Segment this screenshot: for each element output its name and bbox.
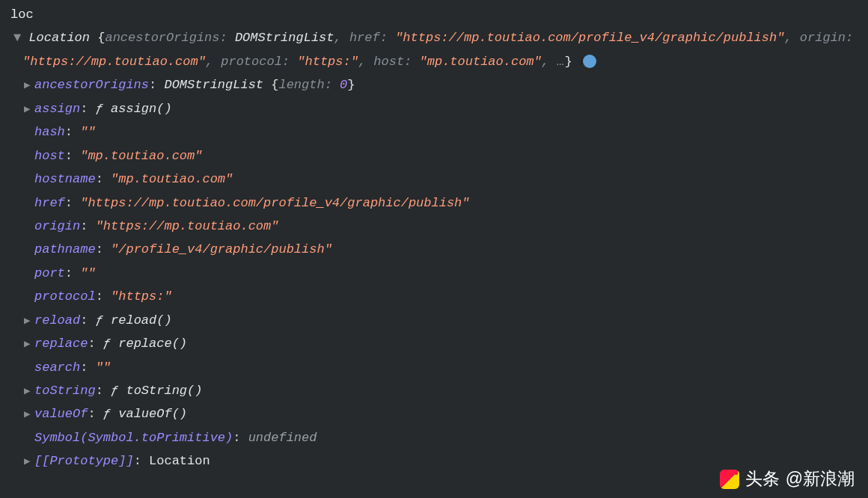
property-key: Symbol(Symbol.toPrimitive) (34, 431, 233, 445)
chevron-right-icon: ▶ (24, 312, 34, 331)
property-value: undefined (248, 431, 317, 445)
property-list: ▶ancestorOrigins: DOMStringList {length:… (0, 73, 868, 473)
summary-value: "https://mp.toutiao.com/profile_v4/graph… (395, 31, 784, 45)
property-key: assign (34, 102, 80, 116)
summary-key: origin: (800, 31, 853, 45)
chevron-right-icon: ▶ (24, 405, 34, 425)
property-row: protocol: "https:" (34, 285, 868, 308)
function-icon: ƒ (111, 384, 126, 398)
function-icon: ƒ (96, 313, 111, 328)
property-row: href: "https://mp.toutiao.com/profile_v4… (34, 191, 868, 215)
property-key: pathname (34, 242, 96, 256)
summary-value: "https://mp.toutiao.com" (22, 55, 206, 69)
property-key: origin (34, 219, 80, 233)
property-key: port (34, 266, 65, 280)
brace-close: } (564, 55, 572, 69)
property-key: valueOf (34, 407, 88, 421)
property-value: "mp.toutiao.com" (111, 172, 233, 186)
property-key: reload (34, 313, 80, 328)
property-value: "/profile_v4/graphic/publish" (111, 242, 332, 256)
property-key: protocol (34, 289, 96, 304)
property-key: search (34, 360, 80, 375)
function-icon: ƒ (96, 102, 111, 116)
property-key: host (34, 149, 65, 163)
property-value: "https://mp.toutiao.com" (96, 219, 279, 233)
property-value: "https:" (111, 289, 172, 304)
property-row[interactable]: ▶ancestorOrigins: DOMStringList {length:… (34, 73, 868, 96)
summary-value: DOMStringList (235, 31, 334, 45)
function-icon: ƒ (103, 336, 118, 351)
property-key: href (34, 196, 65, 210)
property-row: host: "mp.toutiao.com" (34, 144, 868, 167)
property-row: search: "" (34, 356, 868, 379)
property-key: [[Prototype]] (34, 454, 134, 468)
chevron-right-icon: ▶ (24, 76, 34, 96)
chevron-right-icon: ▶ (24, 382, 34, 402)
brace-open: { (97, 31, 105, 45)
object-summary[interactable]: ▼ Location {ancestorOrigins: DOMStringLi… (0, 26, 868, 73)
property-row: origin: "https://mp.toutiao.com" (34, 215, 868, 238)
watermark-label: 头条 (745, 463, 780, 495)
property-key: hash (34, 125, 65, 139)
summary-value: "mp.toutiao.com" (420, 55, 542, 69)
summary-key: host: (373, 55, 419, 69)
property-key: replace (34, 336, 88, 351)
chevron-right-icon: ▶ (24, 335, 34, 354)
property-value: reload() (111, 313, 172, 328)
object-type: Location (28, 31, 90, 45)
watermark-handle: @新浪潮 (786, 463, 855, 495)
property-row[interactable]: ▶valueOf: ƒ valueOf() (34, 402, 868, 425)
property-row[interactable]: ▶reload: ƒ reload() (34, 309, 868, 332)
summary-value: "https:" (297, 55, 358, 69)
property-row: pathname: "/profile_v4/graphic/publish" (34, 238, 868, 261)
property-value: "" (80, 266, 95, 280)
property-row: Symbol(Symbol.toPrimitive): undefined (34, 426, 868, 449)
property-value: valueOf() (118, 407, 187, 421)
property-value: DOMStringList (164, 78, 271, 92)
info-icon[interactable]: i (583, 55, 596, 68)
property-key: toString (34, 384, 96, 398)
property-key: hostname (34, 172, 96, 186)
property-value: "" (96, 360, 111, 375)
ellipsis: … (557, 55, 564, 69)
property-value: toString() (126, 384, 202, 398)
property-row: hash: "" (34, 120, 868, 144)
property-row: port: "" (34, 262, 868, 285)
toutiao-logo-icon (720, 470, 739, 489)
property-value: "https://mp.toutiao.com/profile_v4/graph… (80, 196, 469, 210)
property-value: Location (149, 454, 210, 468)
property-row[interactable]: ▶assign: ƒ assign() (34, 97, 868, 120)
property-key: ancestorOrigins (34, 78, 149, 92)
property-value: assign() (111, 102, 172, 116)
function-icon: ƒ (103, 407, 118, 421)
property-row[interactable]: ▶toString: ƒ toString() (34, 379, 868, 402)
property-value: "" (80, 125, 95, 139)
property-row: hostname: "mp.toutiao.com" (34, 167, 868, 191)
property-row[interactable]: ▶replace: ƒ replace() (34, 332, 868, 355)
console-input[interactable]: loc (0, 3, 868, 26)
summary-key: protocol: (221, 55, 297, 69)
property-value: replace() (118, 336, 187, 351)
watermark: 头条 @新浪潮 (720, 463, 855, 495)
summary-key: href: (349, 31, 395, 45)
summary-key: ancestorOrigins: (105, 31, 234, 45)
chevron-right-icon: ▶ (24, 100, 34, 120)
property-value: "mp.toutiao.com" (80, 149, 202, 163)
chevron-down-icon: ▼ (13, 31, 21, 45)
console-input-text: loc (10, 7, 34, 22)
chevron-right-icon: ▶ (24, 452, 34, 472)
